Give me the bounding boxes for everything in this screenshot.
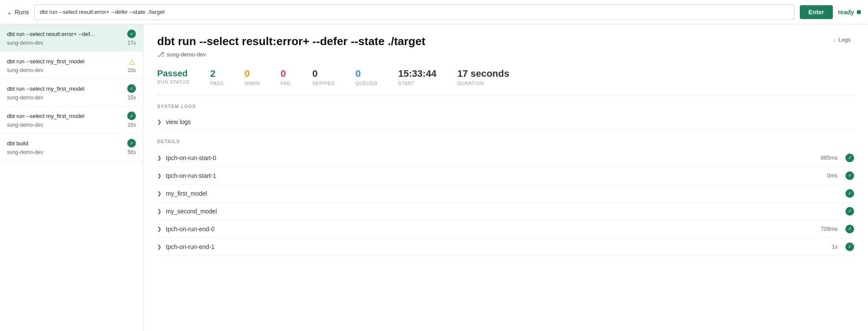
success-icon: ✓ [127, 84, 136, 93]
warning-icon: △ [127, 57, 136, 66]
sidebar-item-4[interactable]: dbt build ✓ sung-demo-dev 56s [0, 134, 143, 161]
success-icon: ✓ [127, 111, 136, 120]
sidebar-item-meta: sung-demo-dev 15s [7, 95, 136, 101]
sidebar-item-time: 17s [128, 40, 136, 46]
chevron-right-icon: ❯ [157, 208, 162, 214]
runs-label: Runs [15, 9, 29, 16]
chevron-right-icon: ❯ [157, 173, 162, 179]
command-input[interactable] [34, 4, 795, 20]
stat-value-queued: 0 [356, 68, 377, 79]
detail-row-1[interactable]: ❯ tpch-on-run-start-1 0ms ✓ [157, 167, 854, 185]
stat-label-fail: FAIL [281, 81, 291, 86]
stat-label-skipped: Skipped [312, 81, 335, 86]
stat-value-warn: 0 [244, 68, 260, 79]
system-logs-section-header: SYSTEM LOGS [157, 104, 854, 109]
stat-pass: 2 PASS [210, 68, 224, 85]
success-icon: ✓ [127, 29, 136, 38]
sidebar-item-title: dbt run --select my_first_model [7, 85, 84, 92]
subtitle-env: sung-demo-dev [167, 51, 206, 58]
enter-button[interactable]: Enter [800, 5, 833, 19]
ready-status: ready [838, 9, 861, 16]
sidebar-item-2[interactable]: dbt run --select my_first_model ✓ sung-d… [0, 79, 143, 106]
content-subtitle: ⎇ sung-demo-dev [157, 51, 426, 58]
logs-button[interactable]: ↓ Logs [829, 35, 854, 45]
sidebar-item-row: dbt run --select result:error+ --def... … [7, 29, 136, 38]
content-title: dbt run --select result:error+ --defer -… [157, 35, 426, 48]
chevron-right-icon: ❯ [157, 119, 162, 125]
detail-row-4[interactable]: ❯ tpch-on-run-end-0 709ms ✓ [157, 220, 854, 238]
detail-row-3[interactable]: ❯ my_second_model ✓ [157, 203, 854, 220]
sidebar-item-title: dbt run --select my_first_model [7, 113, 84, 119]
sidebar-item-row: dbt run --select my_first_model △ [7, 57, 136, 66]
sidebar-item-time: 56s [128, 149, 136, 155]
stat-run_status: Passed RUN STATUS [157, 68, 189, 85]
stat-start: 15:33:44 START [398, 68, 436, 85]
main-layout: dbt run --select result:error+ --def... … [0, 24, 868, 331]
detail-row-time-5: 1s [832, 243, 838, 250]
stat-label-queued: QUEUED [356, 81, 377, 86]
sidebar-item-env: sung-demo-dev [7, 95, 43, 101]
stat-value-duration: 17 seconds [457, 68, 509, 79]
stat-value-run_status: Passed [157, 68, 189, 79]
detail-success-icon-5: ✓ [845, 243, 854, 251]
sidebar-item-meta: sung-demo-dev 10s [7, 67, 136, 73]
detail-success-icon-4: ✓ [845, 225, 854, 233]
sidebar-item-env: sung-demo-dev [7, 40, 43, 46]
sidebar-item-0[interactable]: dbt run --select result:error+ --def... … [0, 24, 143, 52]
stat-label-warn: WARN [244, 81, 260, 86]
detail-success-icon-2: ✓ [845, 189, 854, 198]
detail-row-label-4: tpch-on-run-end-0 [166, 226, 816, 233]
stat-skipped: 0 Skipped [312, 68, 335, 85]
detail-success-icon-0: ✓ [845, 154, 854, 162]
sidebar-item-title: dbt run --select my_first_model [7, 58, 84, 65]
content-header-left: dbt run --select result:error+ --defer -… [157, 35, 426, 58]
branch-icon: ⎇ [157, 51, 164, 58]
stat-label-pass: PASS [210, 81, 224, 86]
stats-row: Passed RUN STATUS 2 PASS 0 WARN 0 FAIL 0… [157, 68, 854, 95]
detail-row-0[interactable]: ❯ tpch-on-run-start-0 885ms ✓ [157, 149, 854, 167]
detail-row-time-1: 0ms [827, 172, 838, 179]
sidebar-item-env: sung-demo-dev [7, 149, 43, 155]
chevron-right-icon: ❯ [157, 155, 162, 161]
success-icon: ✓ [127, 139, 136, 147]
details-section-header: DETAILS [157, 139, 854, 144]
sidebar-item-env: sung-demo-dev [7, 67, 43, 73]
detail-row-label-0: tpch-on-run-start-0 [166, 154, 816, 161]
sidebar-item-3[interactable]: dbt run --select my_first_model ✓ sung-d… [0, 106, 143, 134]
detail-row-label-2: my_first_model [166, 190, 841, 197]
stat-label-start: START [398, 81, 436, 86]
sidebar-item-meta: sung-demo-dev 16s [7, 122, 136, 128]
ready-label: ready [838, 9, 854, 16]
view-logs-label: view logs [166, 118, 854, 125]
logs-label: Logs [838, 36, 851, 43]
view-logs-row[interactable]: ❯ view logs [157, 114, 854, 130]
runs-dropdown[interactable]: ⌄ Runs [7, 9, 29, 16]
detail-row-label-5: tpch-on-run-end-1 [166, 243, 827, 250]
chevron-right-icon: ❯ [157, 190, 162, 197]
sidebar-item-row: dbt run --select my_first_model ✓ [7, 111, 136, 120]
sidebar-item-1[interactable]: dbt run --select my_first_model △ sung-d… [0, 52, 143, 79]
chevron-right-icon: ❯ [157, 244, 162, 250]
stat-queued: 0 QUEUED [356, 68, 377, 85]
stat-fail: 0 FAIL [281, 68, 291, 85]
stat-value-skipped: 0 [312, 68, 335, 79]
stat-label-duration: DURATION [457, 81, 509, 86]
sidebar-item-meta: sung-demo-dev 56s [7, 149, 136, 155]
sidebar-item-meta: sung-demo-dev 17s [7, 40, 136, 46]
sidebar-item-title: dbt build [7, 140, 28, 147]
chevron-right-icon: ❯ [157, 226, 162, 232]
detail-success-icon-3: ✓ [845, 207, 854, 216]
detail-success-icon-1: ✓ [845, 171, 854, 180]
sidebar-item-env: sung-demo-dev [7, 122, 43, 128]
sidebar-item-time: 15s [128, 95, 136, 101]
stat-duration: 17 seconds DURATION [457, 68, 509, 85]
arrow-down-icon: ↓ [833, 36, 836, 43]
sidebar-item-title: dbt run --select result:error+ --def... [7, 31, 95, 37]
detail-row-time-0: 885ms [821, 154, 838, 161]
stat-value-start: 15:33:44 [398, 68, 436, 79]
detail-row-5[interactable]: ❯ tpch-on-run-end-1 1s ✓ [157, 238, 854, 256]
stat-warn: 0 WARN [244, 68, 260, 85]
sidebar-item-row: dbt run --select my_first_model ✓ [7, 84, 136, 93]
ready-dot-icon [857, 10, 861, 14]
detail-row-2[interactable]: ❯ my_first_model ✓ [157, 185, 854, 203]
